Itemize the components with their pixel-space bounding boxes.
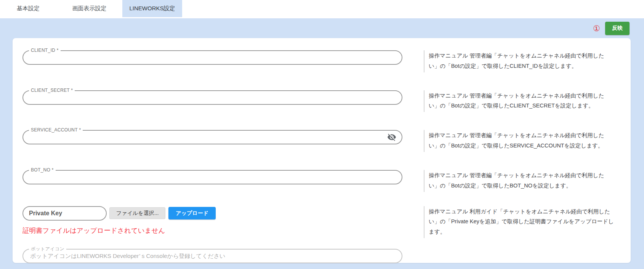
client-id-field: CLIENT_ID * [22,50,402,65]
private-key-row: Private Key ファイルを選択... アップロード 証明書ファイルはアッ… [22,206,631,238]
client-id-help-text: 操作マニュアル 管理者編「チャットをオムニチャネル経由で利用したい」の「Botの… [424,50,614,72]
certificate-error-text: 証明書ファイルはアップロードされていません [22,226,402,235]
client-id-row: CLIENT_ID * 操作マニュアル 管理者編「チャットをオムニチャネル経由で… [22,50,631,72]
lineworks-settings-panel: ① 反映 CLIENT_ID * 操作マニュアル 管理者編「チャットをオムニチャ… [0,18,644,269]
bot-icon-input [30,250,382,262]
bot-no-row: BOT_NO * 操作マニュアル 管理者編「チャットをオムニチャネル経由で利用し… [22,170,631,192]
service-account-input[interactable] [30,131,382,143]
apply-button[interactable]: 反映 [605,22,630,35]
client-secret-field: CLIENT_SECRET * [22,90,402,105]
private-key-field[interactable]: Private Key [22,206,107,221]
tab-display-settings[interactable]: 画面表示設定 [56,0,122,17]
bot-icon-field: ボットアイコン [22,249,402,263]
annotation-marker-1: ① [593,24,600,32]
bot-icon-row: ボットアイコン [22,249,631,263]
bot-no-help-text: 操作マニュアル 管理者編「チャットをオムニチャネル経由で利用したい」の「Botの… [424,170,614,192]
bot-no-input[interactable] [30,171,382,183]
upload-button[interactable]: アップロード [168,207,216,219]
private-key-field-group: Private Key ファイルを選択... アップロード 証明書ファイルはアッ… [22,206,402,235]
client-secret-input[interactable] [30,92,382,103]
tab-basic-settings[interactable]: 基本設定 [0,0,56,17]
client-secret-row: CLIENT_SECRET * 操作マニュアル 管理者編「チャットをオムニチャネ… [22,90,631,112]
choose-file-button[interactable]: ファイルを選択... [109,207,165,219]
visibility-off-icon[interactable] [387,133,396,142]
client-id-input[interactable] [30,52,382,63]
private-key-help-text: 操作マニュアル 利用ガイド「チャットをオムニチャネル経由で利用したい」の「Pri… [424,206,614,238]
bot-no-field: BOT_NO * [22,170,402,184]
service-account-row: SERVICE_ACCOUNT * 操作マニュアル 管理者編「チャットをオムニチ… [22,130,631,152]
settings-tabbar: 基本設定 画面表示設定 LINEWORKS設定 [0,0,644,17]
apply-row: ① 反映 [0,18,644,38]
client-secret-help-text: 操作マニュアル 管理者編「チャットをオムニチャネル経由で利用したい」の「Botの… [424,90,614,112]
tab-lineworks-settings[interactable]: LINEWORKS設定 [122,0,182,17]
service-account-help-text: 操作マニュアル 管理者編「チャットをオムニチャネル経由で利用したい」の「Botの… [424,130,614,152]
service-account-field: SERVICE_ACCOUNT * [22,130,402,144]
settings-card: CLIENT_ID * 操作マニュアル 管理者編「チャットをオムニチャネル経由で… [13,38,631,263]
